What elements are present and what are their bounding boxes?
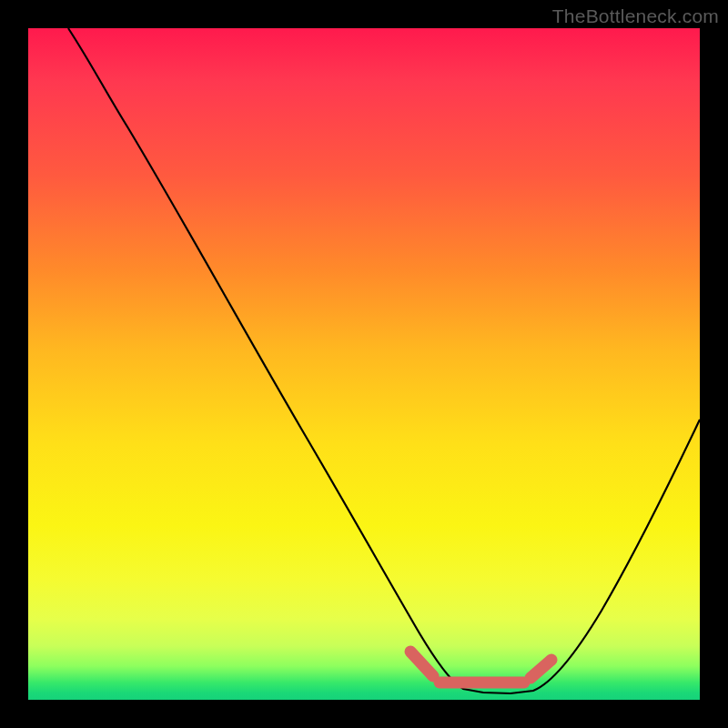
marker-band xyxy=(410,652,551,682)
watermark-text: TheBottleneck.com xyxy=(552,5,719,27)
chart-plot-area xyxy=(28,28,700,700)
bottleneck-line xyxy=(68,28,700,693)
chart-svg xyxy=(28,28,700,700)
marker-seg-3 xyxy=(531,660,551,678)
marker-seg-1 xyxy=(410,652,433,676)
chart-frame: TheBottleneck.com xyxy=(0,0,728,728)
